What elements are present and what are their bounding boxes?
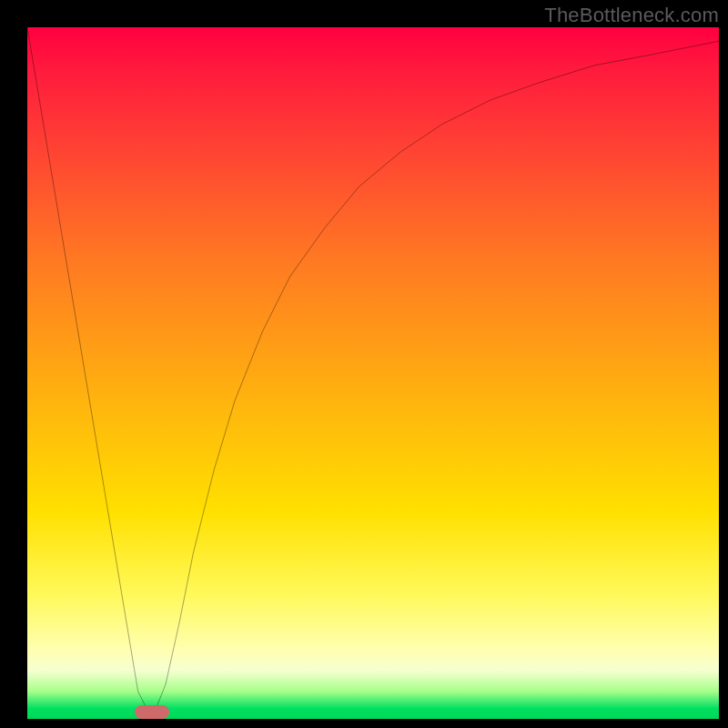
curve-svg: [27, 27, 719, 719]
bottleneck-curve: [27, 27, 719, 719]
watermark-text: TheBottleneck.com: [544, 4, 719, 27]
plot-area: [27, 27, 719, 719]
chart-frame: TheBottleneck.com: [0, 0, 728, 728]
optimum-marker: [135, 705, 169, 719]
